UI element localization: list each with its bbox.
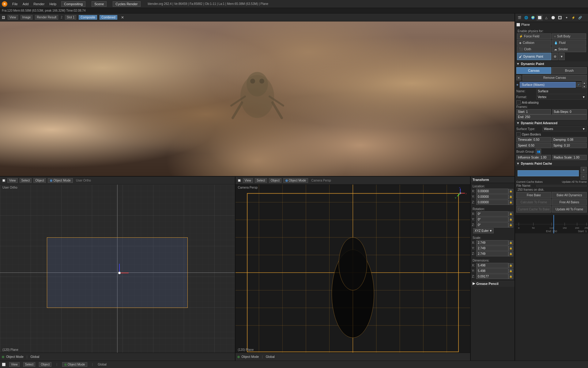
dim-y-field[interactable]: Y: 5.498 🔒 — [472, 268, 513, 274]
rot-y-field[interactable]: Y: 0° 🔒 — [472, 217, 513, 222]
menu-help[interactable]: Help — [48, 2, 58, 6]
soft-body-btn[interactable]: ○ Soft Body — [552, 33, 586, 39]
rot-z-lock[interactable]: 🔒 — [508, 223, 513, 228]
rot-z-field[interactable]: Z: 0° 🔒 — [472, 222, 513, 228]
cloth-btn[interactable]: ⬛ Cloth — [517, 46, 551, 52]
material-icon[interactable]: ⚪ — [550, 15, 556, 21]
scene-selector[interactable]: Scene — [92, 1, 107, 7]
substeps-field[interactable]: Sub-Steps: 0 — [552, 109, 587, 114]
loc-x-field[interactable]: X: 0.00000 🔒 — [472, 189, 513, 194]
grease-pencil-header[interactable]: ▶ Grease Pencil — [471, 280, 514, 287]
loc-x-lock[interactable]: 🔒 — [508, 189, 513, 194]
viewport-close-btn[interactable]: ✕ — [121, 15, 124, 20]
view-menu-status[interactable]: View — [9, 362, 20, 367]
dp-extra-btn[interactable]: ▼ — [559, 53, 565, 60]
dp-advanced-header[interactable]: ▼ Dynamic Paint Advanced — [515, 120, 588, 126]
xyz-euler-dropdown[interactable]: XYZ Euler ▼ — [473, 228, 494, 233]
dim-y-lock[interactable]: 🔒 — [508, 269, 513, 274]
scale-z-lock[interactable]: 🔒 — [508, 251, 513, 256]
smoke-btn[interactable]: ☁ Smoke — [552, 46, 586, 52]
menu-add[interactable]: Add — [21, 2, 30, 6]
scene-icon[interactable]: 🌐 — [523, 15, 529, 21]
dim-x-field[interactable]: X: 5.498 🔒 — [472, 263, 513, 268]
end-field[interactable]: End: 250 — [516, 114, 587, 120]
composite-btn[interactable]: Composite — [79, 15, 97, 20]
bake-all-dynamics-btn[interactable]: Bake All Dynamics — [552, 192, 587, 198]
format-dropdown[interactable]: Vertex ▼ — [536, 94, 587, 100]
object-menu-right[interactable]: Object — [269, 178, 281, 183]
damping-field[interactable]: Damping: 0.08 — [552, 137, 587, 142]
surface-type-dropdown[interactable]: Waves ▼ — [542, 126, 587, 132]
scale-z-field[interactable]: Z: 2.749 🔒 — [472, 251, 513, 256]
dim-x-lock[interactable]: 🔒 — [508, 263, 513, 268]
scale-y-field[interactable]: Y: 2.749 🔒 — [472, 246, 513, 251]
slot-select[interactable]: Slot 1 — [65, 15, 77, 20]
object-mode-left[interactable]: Object Mode — [48, 178, 73, 183]
combined-btn[interactable]: Combined — [100, 15, 117, 20]
loc-z-field[interactable]: Z: 0.00000 🔒 — [472, 200, 513, 205]
select-menu-left[interactable]: Select — [20, 178, 32, 183]
surface-up-btn[interactable]: ▲ — [582, 81, 587, 84]
cache-remove-btn[interactable]: − — [581, 174, 587, 180]
object-mode-status[interactable]: Object Mode — [62, 362, 87, 367]
surface-check[interactable]: ✓ — [576, 82, 581, 87]
name-field[interactable]: Surface — [536, 89, 587, 94]
scale-y-lock[interactable]: 🔒 — [508, 246, 513, 251]
radius-scale-field[interactable]: Radius Scale: 1.00 — [552, 155, 587, 160]
menu-render[interactable]: Render — [32, 2, 46, 6]
fluid-btn[interactable]: 💧 Fluid — [552, 40, 586, 46]
loc-y-field[interactable]: Y: 0.00000 🔒 — [472, 194, 513, 199]
free-bake-btn[interactable]: Free Bake — [516, 192, 551, 198]
rot-x-field[interactable]: X: 0° 🔒 — [472, 211, 513, 217]
object-menu-left[interactable]: Object — [33, 178, 46, 183]
dp-cache-header[interactable]: ▼ Dynamic Paint Cache — [515, 161, 588, 166]
influence-scale-field[interactable]: Influence Scale: 1.00 — [516, 155, 551, 160]
open-borders-check[interactable] — [516, 132, 521, 136]
dynamic-paint-btn[interactable]: 🖌 Dynamic Paint — [517, 53, 551, 60]
loc-y-lock[interactable]: 🔒 — [508, 194, 513, 199]
canvas-tab[interactable]: Canvas — [516, 67, 551, 74]
collision-btn[interactable]: ◈ Collision — [517, 40, 551, 46]
object-icon[interactable]: ⬜ — [537, 15, 543, 21]
select-menu-status[interactable]: Select — [23, 362, 36, 367]
remove-canvas-btn[interactable]: Remove Canvas — [522, 75, 587, 81]
menu-file[interactable]: File — [11, 2, 19, 6]
dim-z-lock[interactable]: 🔒 — [508, 274, 513, 279]
view-menu-left[interactable]: View — [7, 178, 18, 183]
particle-icon[interactable]: ✦ — [564, 15, 570, 21]
view-menu-right[interactable]: View — [243, 178, 253, 183]
scale-x-field[interactable]: X: 2.749 🔒 — [472, 240, 513, 245]
ortho-3d-view[interactable]: User Ortho (120) Plane — [0, 185, 235, 361]
dp-section-header[interactable]: ▼ Dynamic Paint — [515, 61, 588, 66]
surface-item[interactable]: Surface (Waves) — [520, 82, 576, 88]
select-menu-right[interactable]: Select — [255, 178, 267, 183]
start-field[interactable]: Start: 1 — [516, 109, 551, 114]
spring-field[interactable]: Spring: 0.10 — [552, 143, 587, 148]
rot-y-lock[interactable]: 🔒 — [508, 217, 513, 222]
dp-settings-btn[interactable]: ⚙ — [552, 53, 558, 60]
image-menu[interactable]: Image — [21, 15, 33, 20]
render-result-select[interactable]: Render Result — [35, 15, 58, 20]
camera-3d-view[interactable]: X Z Y Camera Persp (120) Plane — [236, 185, 470, 361]
scale-x-lock[interactable]: 🔒 — [508, 240, 513, 245]
render-icon[interactable]: 🎬 — [516, 15, 522, 21]
dim-z-field[interactable]: Z: 0.09177 🔒 — [472, 274, 513, 279]
cache-add-btn[interactable]: + — [581, 167, 587, 173]
view-menu[interactable]: View — [8, 15, 18, 20]
timescale-field[interactable]: Timescale: 0.50 — [516, 137, 551, 142]
physics-icon[interactable]: ⚡ — [570, 15, 576, 21]
cache-list[interactable] — [518, 170, 579, 176]
free-all-bakes-btn[interactable]: Free All Bakes — [552, 199, 587, 205]
file-name-field[interactable] — [536, 185, 587, 187]
engine-selector[interactable]: Cycles Render — [113, 1, 140, 7]
update-to-frame-btn[interactable]: Update All To Frame — [552, 206, 587, 213]
brush-tab[interactable]: Brush — [552, 67, 587, 74]
rot-x-lock[interactable]: 🔒 — [508, 212, 513, 217]
workspace-selector[interactable]: Compositing — [61, 1, 85, 7]
object-menu-status[interactable]: Object — [39, 362, 51, 367]
object-mode-right[interactable]: Object Mode — [283, 178, 308, 183]
constraints-icon[interactable]: 🔗 — [577, 15, 583, 21]
surface-down-btn[interactable]: ▼ — [582, 85, 587, 88]
remove-x-btn[interactable]: ✕ — [516, 75, 521, 80]
brush-group-icon[interactable]: 👥 — [536, 149, 541, 154]
